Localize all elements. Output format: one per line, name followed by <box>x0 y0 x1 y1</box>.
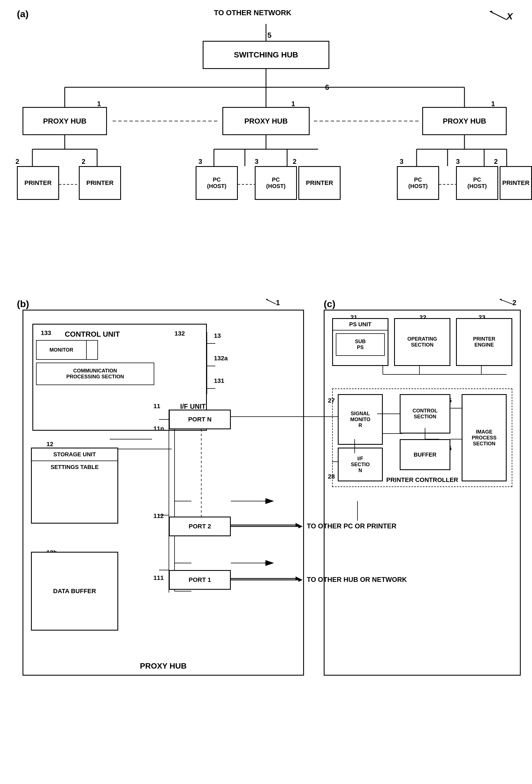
printer-engine-box: PRINTER ENGINE <box>456 318 512 366</box>
ref-2c: 2 <box>494 158 498 166</box>
port-n-label: PORT N <box>188 416 212 423</box>
port2-arrow <box>231 518 304 532</box>
printer-left-1: PRINTER <box>17 166 59 200</box>
port-2-box: PORT 2 <box>169 516 231 536</box>
cu-lines <box>205 332 217 394</box>
section-a-label: (a) <box>17 8 29 20</box>
ref-1b: 1 <box>291 100 295 108</box>
printer-dash <box>59 181 79 187</box>
proxy-hub-middle: PROXY HUB <box>222 107 310 135</box>
sub-ps-box: SUB PS <box>336 333 385 356</box>
comm-processing-label: COMMUNICATION PROCESSING SECTION <box>66 368 124 380</box>
pc-host-right-1-label: PC (HOST) <box>409 176 428 190</box>
pc-host-right-2-label: PC (HOST) <box>468 176 487 190</box>
ref-3a: 3 <box>198 158 202 166</box>
port-1-box: PORT 1 <box>169 570 231 590</box>
port1-arrow <box>231 571 304 586</box>
pc-host-mid-1-label: PC (HOST) <box>207 176 227 190</box>
printer-left-2-label: PRINTER <box>86 179 114 187</box>
ref-3c: 3 <box>400 158 403 166</box>
ref-2a-left: 2 <box>16 158 19 166</box>
if-bracket <box>158 410 172 593</box>
monitor-label: MONITOR <box>50 347 74 353</box>
svg-marker-65 <box>296 577 300 581</box>
ref-6: 6 <box>325 83 329 92</box>
storage-if-line <box>118 445 174 453</box>
pc-host-mid-2: PC (HOST) <box>255 166 297 200</box>
port-n-box: PORT N <box>169 410 231 429</box>
right-pc-dash <box>439 181 456 187</box>
printer-engine-label: PRINTER ENGINE <box>473 336 495 348</box>
svg-marker-68 <box>500 299 502 301</box>
monitor-box: MONITOR <box>36 340 87 360</box>
switching-hub-label: SWITCHING HUB <box>234 50 298 59</box>
ref-2b-mid: 2 <box>293 158 297 166</box>
comm-processing-box: COMMUNICATION PROCESSING SECTION <box>36 363 154 385</box>
diagram-container: (a) X TO OTHER NETWORK 5 SWITCHING HUB 6… <box>0 0 532 784</box>
data-buffer-label: DATA BUFFER <box>53 588 96 595</box>
ref-1c: 1 <box>491 100 495 108</box>
storage-unit-box: STORAGE UNIT SETTINGS TABLE <box>31 448 118 524</box>
ref-1b-arrow <box>262 297 279 305</box>
proxy-hub-mid-label: PROXY HUB <box>244 117 288 125</box>
proxy-hub-b-label: PROXY HUB <box>140 662 187 671</box>
if-unit-label: I/F UNIT <box>180 402 206 411</box>
printer-right: PRINTER <box>500 166 532 200</box>
printer-left-1-label: PRINTER <box>25 179 52 187</box>
section-c-label: (c) <box>324 299 336 309</box>
printer-right-label: PRINTER <box>502 179 529 187</box>
ref-3d: 3 <box>456 158 460 166</box>
printer-mid-label: PRINTER <box>306 179 333 187</box>
ref-2c-arrow <box>496 297 515 305</box>
svg-marker-63 <box>296 523 300 527</box>
printer-left-2: PRINTER <box>79 166 121 200</box>
ref-5: 5 <box>268 31 271 40</box>
pc-host-mid-2-label: PC (HOST) <box>266 176 286 190</box>
hub-dash-left <box>113 118 220 124</box>
operating-section-box: OPERATING SECTION <box>394 318 450 366</box>
proxy-hub-right-label: PROXY HUB <box>443 117 486 125</box>
data-buffer-box: DATA BUFFER <box>31 552 118 631</box>
ref-2a-right: 2 <box>82 158 85 166</box>
pc-host-right-2: PC (HOST) <box>456 166 498 200</box>
section-b-label: (b) <box>17 299 29 309</box>
operating-section-label: OPERATING SECTION <box>407 336 437 348</box>
svg-marker-52 <box>266 299 268 301</box>
proxy-hub-right: PROXY HUB <box>422 107 507 135</box>
port-1-label: PORT 1 <box>189 576 211 584</box>
sub-ps-label: SUB PS <box>355 339 366 351</box>
port-2-label: PORT 2 <box>189 523 211 530</box>
printer-mid: PRINTER <box>298 166 341 200</box>
pc-internal-lines <box>332 389 512 490</box>
switching-hub-box: SWITCHING HUB <box>203 41 329 69</box>
proxy-hub-left-label: PROXY HUB <box>43 117 86 125</box>
port-dots <box>198 429 204 516</box>
pc-host-mid-1: PC (HOST) <box>196 166 238 200</box>
ref-3b: 3 <box>255 158 258 166</box>
to-other-network-label: TO OTHER NETWORK <box>214 8 291 17</box>
proxy-hub-left: PROXY HUB <box>23 107 107 135</box>
ps-unit-box: PS UNIT SUB PS <box>332 318 388 366</box>
x-arrow <box>484 8 512 23</box>
pc-host-right-1: PC (HOST) <box>397 166 439 200</box>
ref-12: 12 <box>47 441 53 448</box>
ref-11: 11 <box>153 402 160 410</box>
mid-pc-dash <box>238 181 255 187</box>
hub-dash-right <box>314 118 421 124</box>
ref-1a: 1 <box>97 100 101 108</box>
